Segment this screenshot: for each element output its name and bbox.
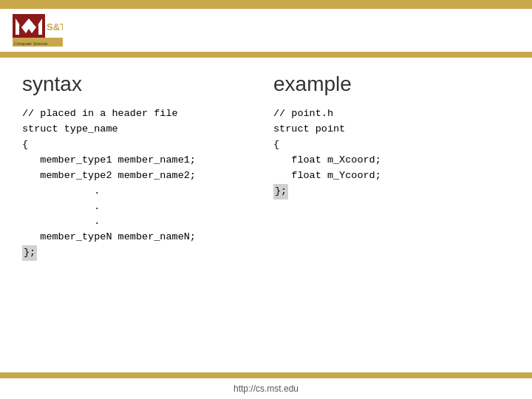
syntax-column: syntax // placed in a header file struct… [22,72,259,365]
university-logo: Computer Science S&T [13,14,63,47]
footer: http://cs.mst.edu [0,378,532,399]
top-bar [0,0,532,9]
syntax-title: syntax [22,72,259,96]
svg-text:Computer Science: Computer Science [14,41,47,46]
header-area: Computer Science S&T [0,9,532,52]
header-gold-bar [0,52,532,58]
footer-url: http://cs.mst.edu [233,383,299,394]
example-column: example // point.h struct point { float … [273,72,510,365]
page-wrapper: Computer Science S&T syntax // placed in… [0,0,532,399]
example-closing-brace: }; [273,184,288,200]
syntax-closing-brace: }; [22,245,37,261]
example-title: example [273,72,510,96]
logo-box: Computer Science S&T [12,13,64,47]
svg-text:S&T: S&T [47,21,63,33]
main-content: syntax // placed in a header file struct… [0,58,532,372]
bottom-gold-bar [0,372,532,378]
example-code: // point.h struct point { float m_Xcoord… [273,106,510,200]
syntax-code: // placed in a header file struct type_n… [22,106,259,261]
